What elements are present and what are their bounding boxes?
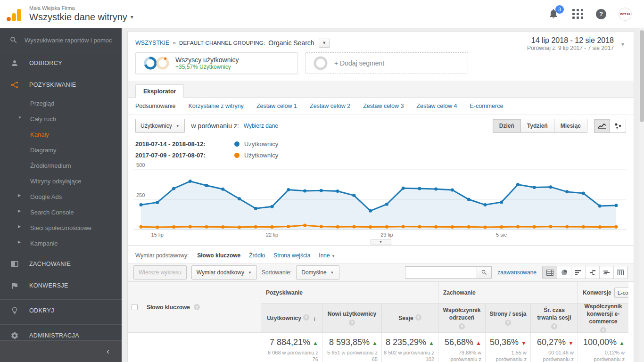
help-icon[interactable]: ? <box>303 314 309 321</box>
column-header-sesje[interactable]: Sesje ? <box>381 304 438 333</box>
apps-grid-icon[interactable] <box>572 9 584 19</box>
cloud-view-icon <box>603 270 610 275</box>
motion-chart-button[interactable] <box>610 119 626 133</box>
secondary-dimension-button[interactable]: Wymiar dodatkowy ▼ <box>191 265 257 280</box>
line-chart-button[interactable] <box>594 119 610 133</box>
column-header-sr-czas-sesji[interactable]: Śr. czas trwania sesji ? <box>530 304 578 333</box>
scatter-chart-icon <box>614 123 622 129</box>
dimension-zrodlo[interactable]: Źródło <box>249 252 265 259</box>
plot-rows-button[interactable]: Wiersze wykresu <box>133 265 187 280</box>
view-comparison-button[interactable] <box>585 266 599 279</box>
subtab-ecommerce[interactable]: E-commerce <box>470 103 504 110</box>
legend-row-current: 2018-07-14 - 2018-08-12: Użytkownicy <box>135 138 626 149</box>
advanced-search-link[interactable]: zaawansowane <box>497 269 537 276</box>
subtab-zestaw-4[interactable]: Zestaw celów 4 <box>416 103 457 110</box>
avatar[interactable]: PCT 24 <box>619 8 632 21</box>
view-table-button[interactable] <box>543 266 557 279</box>
channel-dropdown-button[interactable]: ▼ <box>319 39 330 48</box>
view-term-cloud-button[interactable] <box>599 266 613 279</box>
sidebar-item-pozyskiwanie[interactable]: POZYSKIWANIE <box>0 74 122 96</box>
column-header-slowo-kluczowe[interactable]: Słowo kluczowe ? <box>141 282 261 333</box>
sidebar-item-konwersje[interactable]: KONWERSJE <box>0 275 122 296</box>
help-icon[interactable]: ? <box>194 304 200 310</box>
help-icon[interactable]: ? <box>459 323 465 329</box>
column-header-wspolczynnik-odrzucen[interactable]: Współczynnik odrzuceń ? <box>438 304 485 333</box>
metric-group-tabs: Podsumowanie Korzystanie z witryny Zesta… <box>128 98 634 115</box>
svg-text:5 sie: 5 sie <box>496 232 507 238</box>
chevron-down-icon: ▼ <box>379 240 383 244</box>
sidebar-item-odkryj[interactable]: ODKRYJ <box>0 300 122 321</box>
tab-eksplorator[interactable]: Eksplorator <box>135 84 184 98</box>
view-performance-button[interactable] <box>571 266 585 279</box>
segment-all-users[interactable]: Wszyscy użytkownicy +35,57% Użytkownicy <box>135 52 298 74</box>
svg-text:15 lip: 15 lip <box>151 232 164 238</box>
dimension-slowo-kluczowe[interactable]: Słowo kluczowe <box>197 252 240 259</box>
select-all-checkbox[interactable] <box>132 304 138 310</box>
granularity-day-button[interactable]: Dzień <box>493 119 521 133</box>
view-selector[interactable]: Wszystkie dane witryny ▾ <box>29 11 133 23</box>
total-wspolczynnik-odrzucen: 56,68% ▲ 79,88% w porównaniu z 50,98% <box>438 333 485 362</box>
sidebar-item-witryny-odsylajace[interactable]: Witryny odsyłające <box>0 173 122 189</box>
help-icon[interactable]: ? <box>505 320 511 326</box>
sidebar-item-google-ads[interactable]: ▶ Google Ads <box>0 189 122 205</box>
dimension-inne[interactable]: Inne ▼ <box>319 252 335 259</box>
select-data-link[interactable]: Wybierz dane <box>244 123 278 129</box>
view-pivot-button[interactable] <box>613 266 627 279</box>
subtab-zestaw-3[interactable]: Zestaw celów 3 <box>363 103 404 110</box>
sidebar-collapse-button[interactable]: ‹ <box>0 340 122 362</box>
sidebar-item-caly-ruch[interactable]: ▼ Cały ruch <box>0 111 122 127</box>
sidebar-item-diagramy[interactable]: Diagramy <box>0 142 122 158</box>
column-header-strony-sesja[interactable]: Strony / sesja ? <box>485 304 530 333</box>
granularity-month-button[interactable]: Miesiąc <box>554 119 587 133</box>
column-header-uzytkownicy[interactable]: Użytkownicy ? ↓ <box>261 304 322 333</box>
help-icon[interactable]: ? <box>551 323 557 329</box>
subtab-zestaw-1[interactable]: Zestaw celów 1 <box>256 103 297 110</box>
date-range-picker[interactable]: 14 lip 2018 - 12 sie 2018 Porównaj z: 9 … <box>527 36 626 49</box>
series-dot-orange <box>234 153 239 158</box>
scrollbar-thumb[interactable] <box>640 30 644 122</box>
sort-label: Sortowanie: <box>262 269 291 276</box>
gear-icon <box>10 331 19 340</box>
help-icon[interactable]: ? <box>415 314 421 321</box>
chevron-down-icon: ▼ <box>331 254 335 258</box>
view-percentage-button[interactable] <box>557 266 571 279</box>
column-header-konwersja-ecommerce[interactable]: Współczynnik konwersji e-commerce ? <box>578 304 628 333</box>
help-icon[interactable]: ? <box>349 320 355 326</box>
sidebar-item-zachowanie[interactable]: ZACHOWANIE <box>0 253 122 275</box>
chart-collapse-button[interactable]: ▼ <box>371 239 391 245</box>
sidebar-item-odbiorcy[interactable]: ODBIORCY <box>0 52 122 74</box>
sidebar-search[interactable] <box>0 28 122 52</box>
granularity-week-button[interactable]: Tydzień <box>521 119 554 133</box>
sidebar-item-przeglad[interactable]: Przegląd <box>0 96 122 111</box>
metric-select[interactable]: Użytkownicy ▼ <box>135 119 185 133</box>
sort-type-select[interactable]: Domyślne ▼ <box>296 265 339 280</box>
timeseries-chart[interactable]: 25050015 lip22 lip29 lip5 sie <box>128 162 634 239</box>
table-search-input[interactable] <box>405 266 477 279</box>
segment-title: Wszyscy użytkownicy <box>175 56 239 64</box>
trend-up-icon: ▲ <box>372 340 378 346</box>
column-header-nowi-uzytkownicy[interactable]: Nowi użytkownicy ? <box>322 304 381 333</box>
analytics-logo-icon[interactable] <box>7 8 23 22</box>
ecommerce-selector[interactable]: E-comme <box>614 288 628 298</box>
search-input[interactable] <box>25 37 112 44</box>
notifications-button[interactable]: 3 <box>548 8 560 20</box>
breadcrumb-root-link[interactable]: WSZYSTKIE <box>135 40 169 46</box>
sidebar-item-sieci-spolecznosciowe[interactable]: ▶ Sieci społecznościowe <box>0 220 122 236</box>
subtab-korzystanie[interactable]: Korzystanie z witryny <box>188 103 243 110</box>
sidebar-item-zrodlo-medium[interactable]: Źródło/medium <box>0 158 122 173</box>
sidebar-item-kanaly[interactable]: Kanały <box>0 127 122 142</box>
add-segment-button[interactable]: + Dodaj segment <box>305 52 468 74</box>
total-sesje: 8 235,29% ▲ 8 502 w porównaniu z 102 <box>381 333 438 362</box>
vertical-scrollbar[interactable] <box>639 28 644 362</box>
breadcrumb-channel-value: Organic Search <box>268 39 314 47</box>
dimension-strona-wejscia[interactable]: Strona wejścia <box>273 252 310 259</box>
subtab-podsumowanie[interactable]: Podsumowanie <box>135 103 175 110</box>
account-name: Mała Wiejska Firma <box>29 5 133 11</box>
report-tab-strip: Eksplorator <box>128 81 634 98</box>
sidebar-item-kampanie[interactable]: ▶ Kampanie <box>0 236 122 251</box>
help-icon[interactable]: ? <box>596 9 606 19</box>
table-search-button[interactable] <box>477 266 492 279</box>
sort-desc-icon[interactable]: ↓ <box>313 314 316 322</box>
sidebar-item-search-console[interactable]: ▶ Search Console <box>0 205 122 220</box>
subtab-zestaw-2[interactable]: Zestaw celów 2 <box>310 103 350 110</box>
